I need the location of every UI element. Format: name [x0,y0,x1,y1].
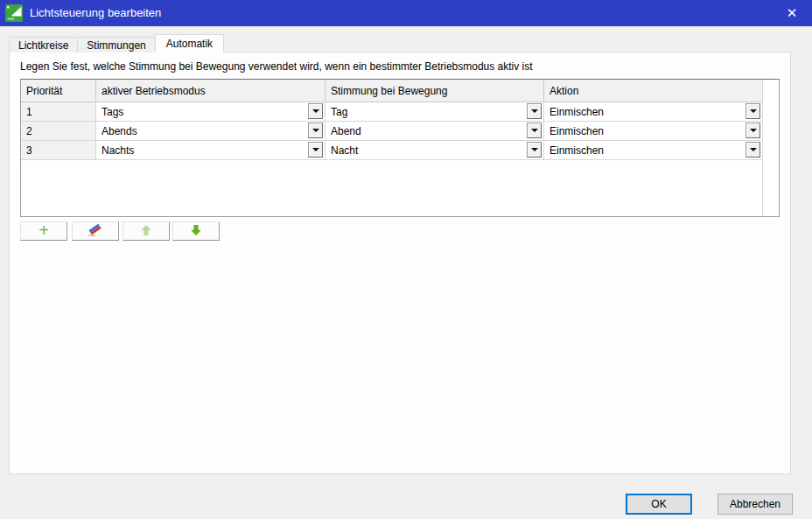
tab-stimmungen[interactable]: Stimmungen [77,37,155,53]
dropdown-button[interactable] [308,123,323,138]
chevron-down-icon [312,109,319,113]
dropdown-button[interactable] [746,103,760,119]
add-row-button[interactable]: + [20,221,67,241]
selected-value: Nacht [331,144,358,157]
selected-value: Tag [331,106,347,118]
chevron-down-icon [531,129,538,132]
aktion-select[interactable]: Einmischen [544,141,763,160]
tab-label: Lichtkreise [18,39,68,52]
selected-value: Einmischen [550,125,604,137]
dropdown-button[interactable] [527,103,542,119]
stimmung-select[interactable]: Nacht [326,141,544,160]
automatik-tab-page: Legen Sie fest, welche Stimmung bei Bewe… [9,52,791,474]
tab-label: Automatik [166,38,213,50]
plus-icon: + [38,223,49,237]
window-title: Lichtsteuerung bearbeiten [30,0,161,26]
selected-value: Einmischen [550,144,604,157]
betriebsmodus-select[interactable]: Abends [96,122,326,141]
table-gutter [762,80,779,216]
chevron-down-icon [750,129,757,132]
move-down-button[interactable] [172,221,220,241]
aktion-select[interactable]: Einmischen [544,102,763,122]
aktion-select[interactable]: Einmischen [544,122,763,141]
chevron-down-icon [531,109,538,113]
cancel-button-label: Abbrechen [730,498,780,510]
betriebsmodus-select[interactable]: Nachts [96,141,326,160]
stimmung-select[interactable]: Abend [326,122,544,141]
dropdown-button[interactable] [746,123,760,138]
chevron-down-icon [750,109,757,113]
table-row: 3 Nachts Nacht Einmischen [21,141,763,160]
stimmung-select[interactable]: Tag [326,102,544,122]
ok-button-label: OK [651,498,666,510]
column-header-stimmung: Stimmung bei Bewegung [326,80,544,102]
ok-button[interactable]: OK [626,494,692,515]
table-row: 1 Tags Tag Einmischen [21,102,763,122]
priority-cell: 3 [21,141,96,160]
delete-row-button[interactable] [72,221,119,241]
tab-strip: Lichtkreise Stimmungen Automatik [9,34,223,53]
tab-automatik[interactable]: Automatik [155,34,224,53]
tab-lichtkreise[interactable]: Lichtkreise [9,37,78,53]
priority-cell: 2 [21,122,96,141]
table-header-row: Priorität aktiver Betriebsmodus Stimmung… [21,80,763,102]
arrow-down-icon [190,224,202,239]
tab-label: Stimmungen [87,39,145,52]
chevron-down-icon [531,148,538,151]
automatik-table: Priorität aktiver Betriebsmodus Stimmung… [20,79,780,217]
titlebar: Lichtsteuerung bearbeiten ✕ [0,0,812,26]
chevron-down-icon [312,129,319,132]
app-icon [5,4,23,22]
betriebsmodus-select[interactable]: Tags [96,102,326,122]
eraser-icon [86,223,105,240]
selected-value: Nachts [102,144,134,157]
column-header-prioritaet: Priorität [21,80,96,102]
selected-value: Tags [102,106,123,118]
page-description: Legen Sie fest, welche Stimmung bei Bewe… [20,60,533,73]
selected-value: Einmischen [550,106,604,118]
move-up-button[interactable] [122,221,170,241]
table-row: 2 Abends Abend Einmischen [21,122,763,141]
close-icon[interactable]: ✕ [772,0,812,26]
dropdown-button[interactable] [527,123,542,138]
dropdown-button[interactable] [527,142,542,158]
column-header-aktion: Aktion [544,80,763,102]
arrow-up-icon [140,224,152,239]
selected-value: Abend [331,125,361,137]
dropdown-button[interactable] [746,142,760,158]
dropdown-button[interactable] [308,103,323,119]
priority-cell: 1 [21,102,96,122]
selected-value: Abends [102,125,137,137]
chevron-down-icon [750,148,757,151]
cancel-button[interactable]: Abbrechen [718,494,793,515]
chevron-down-icon [312,148,319,151]
column-header-betriebsmodus: aktiver Betriebsmodus [96,80,326,102]
dropdown-button[interactable] [308,142,323,158]
